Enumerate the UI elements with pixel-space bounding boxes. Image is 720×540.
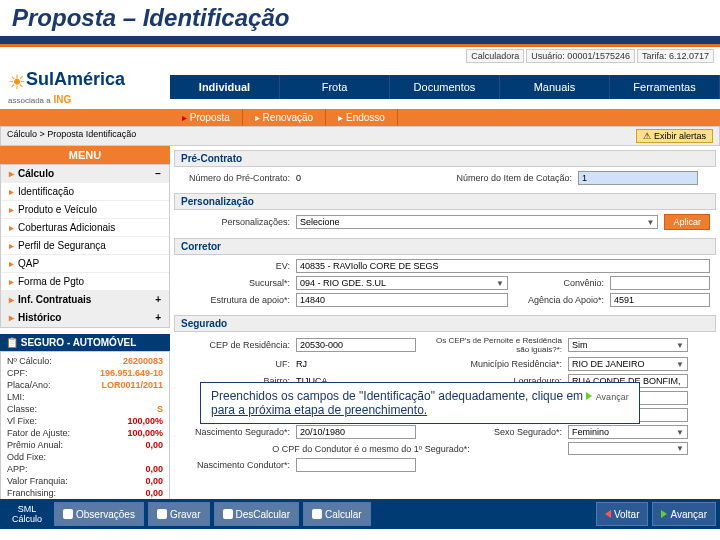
menu-identificacao[interactable]: ▸Identificação [1,183,169,201]
ing-logo: ING [53,94,71,105]
menu-header: MENU [0,146,170,164]
calc-icon [312,509,322,519]
menu-coberturas[interactable]: ▸Coberturas Adicionais [1,219,169,237]
lbl-agencia: Agência do Apoio*: [514,295,604,305]
main-form-area: Pré-Contrato Número do Pré-Contrato: 0 N… [170,146,720,529]
nav-documentos[interactable]: Documentos [390,75,500,99]
brand-text: SulAmérica [26,69,125,89]
title-accent-bar [0,39,720,47]
utility-bar: Calculadora Usuário: 00001/1575246 Tarif… [0,47,720,65]
aplicar-button[interactable]: Aplicar [664,214,710,230]
arrow-right-icon [586,392,592,400]
note-icon [63,509,73,519]
brand-logo: ☀SulAmérica associada a ING [0,65,170,109]
save-icon [157,509,167,519]
bottom-toolbar: SMLCálculo Observações Gravar DesCalcula… [0,499,720,529]
avancar-button[interactable]: Avançar [652,502,716,526]
input-nasccond[interactable] [296,458,416,472]
nav-individual[interactable]: Individual [170,75,280,99]
instruction-callout: Preenchidos os campos de "Identificação"… [200,382,640,424]
select-cpfcond[interactable]: ▼ [568,442,688,455]
lbl-cepmsmo: Os CEP's de Pernoite e Residência são ig… [422,336,562,354]
lbl-cpfcond: O CPF do Condutor é o mesmo do 1º Segura… [180,444,562,454]
select-sucursal[interactable]: 094 - RIO GDE. S.UL▼ [296,276,508,290]
menu-qap[interactable]: ▸QAP [1,255,169,273]
calc-link[interactable]: Calculadora [466,49,524,63]
section-segurado: Segurado [174,315,716,332]
exibir-alertas-button[interactable]: ⚠Exibir alertas [636,129,713,143]
sun-icon: ☀ [8,71,26,93]
input-nitem[interactable]: 1 [578,171,698,185]
chevron-down-icon: ▼ [647,218,655,227]
voltar-button[interactable]: Voltar [596,502,649,526]
tarifa-info: Tarifa: 6.12.0717 [637,49,714,63]
lbl-sexo: Sexo Segurado*: [422,427,562,437]
user-info: Usuário: 00001/1575246 [526,49,635,63]
input-agencia[interactable]: 4591 [610,293,710,307]
calcular-button[interactable]: Calcular [303,502,371,526]
select-person[interactable]: Selecione▼ [296,215,658,229]
sml-logo: SMLCálculo [4,502,50,526]
section-corretor: Corretor [174,238,716,255]
menu-produto[interactable]: ▸Produto e Veículo [1,201,169,219]
lbl-nasccond: Nascimento Condutor*: [180,460,290,470]
val-nprecontrato: 0 [296,173,446,183]
lbl-sucursal: Sucursal*: [180,278,290,288]
sidebar: MENU ▸Cálculo− ▸Identificação ▸Produto e… [0,146,170,529]
select-munic[interactable]: RIO DE JANEIRO▼ [568,357,688,371]
menu-historico[interactable]: ▸Histórico+ [1,309,169,327]
slide-title: Proposta – Identificação [0,0,720,39]
breadcrumb: Cálculo > Proposta Identificação [7,129,136,143]
lbl-uf: UF: [180,359,290,369]
subnav-endosso[interactable]: ▸ Endosso [326,109,398,126]
section-personalizacao: Personalização [174,193,716,210]
arrow-right-icon [661,510,667,518]
menu-calculo[interactable]: ▸Cálculo− [1,165,169,183]
input-ev[interactable]: 40835 - RAVIollo CORE DE SEGS [296,259,710,273]
lbl-nprecontrato: Número do Pré-Contrato: [180,173,290,183]
arrow-left-icon [605,510,611,518]
gravar-button[interactable]: Gravar [148,502,210,526]
nav-frota[interactable]: Frota [280,75,390,99]
menu-list: ▸Cálculo− ▸Identificação ▸Produto e Veíc… [0,164,170,328]
lbl-estrutura: Estrutura de apoio*: [180,295,290,305]
warning-icon: ⚠ [643,131,651,141]
descalcular-button[interactable]: DesCalcular [214,502,299,526]
observacoes-button[interactable]: Observações [54,502,144,526]
main-nav: Individual Frota Documentos Manuais Ferr… [170,75,720,99]
subnav-renovacao[interactable]: ▸ Renovação [243,109,326,126]
subnav-proposta[interactable]: ▸ Proposta [170,109,243,126]
input-cep[interactable]: 20530-000 [296,338,416,352]
lbl-cep: CEP de Residência: [180,340,290,350]
section-precontrato: Pré-Contrato [174,150,716,167]
val-uf: RJ [296,359,416,369]
select-cepmsmo[interactable]: Sim▼ [568,338,688,352]
menu-pgto[interactable]: ▸Forma de Pgto [1,273,169,291]
brand-sub: associada a [8,96,51,105]
lbl-ev: EV: [180,261,290,271]
sub-nav: ▸ Proposta ▸ Renovação ▸ Endosso [0,109,720,126]
input-estrutura[interactable]: 14840 [296,293,508,307]
menu-perfil[interactable]: ▸Perfil de Segurança [1,237,169,255]
input-nasc[interactable]: 20/10/1980 [296,425,416,439]
lbl-person: Personalizações: [180,217,290,227]
app-screenshot: Calculadora Usuário: 00001/1575246 Tarif… [0,47,720,529]
seguro-header: 📋 SEGURO - AUTOMÓVEL [0,334,170,351]
select-sexo[interactable]: Feminino▼ [568,425,688,439]
nav-manuais[interactable]: Manuais [500,75,610,99]
menu-inf-contratuais[interactable]: ▸Inf. Contratuais+ [1,291,169,309]
lbl-convenio: Convênio: [514,278,604,288]
lbl-nasc: Nascimento Segurado*: [180,427,290,437]
lbl-munic: Município Residência*: [422,359,562,369]
nav-ferramentas[interactable]: Ferramentas [610,75,720,99]
input-convenio[interactable] [610,276,710,290]
undo-icon [223,509,233,519]
lbl-nitem: Número do Item de Cotação: [452,173,572,183]
